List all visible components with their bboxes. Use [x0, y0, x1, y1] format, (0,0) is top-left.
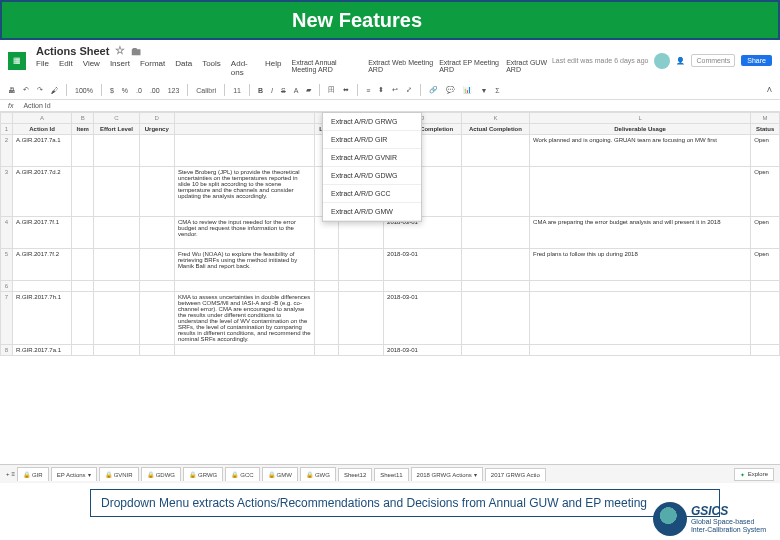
gsics-logo: GSICS Global Space-based Inter-Calibrati…: [653, 502, 766, 536]
tab-2017grwg[interactable]: 2017 GRWG Actio: [485, 468, 546, 481]
tab-gmw[interactable]: 🔒GMW: [262, 467, 298, 481]
percent-button[interactable]: %: [122, 87, 128, 94]
comment-button[interactable]: 💬: [446, 86, 455, 94]
menu-format[interactable]: Format: [140, 59, 165, 77]
dropdown-item-grwg[interactable]: Extract A/R/D GRWG: [323, 113, 421, 131]
col-actual[interactable]: Actual Completion: [461, 124, 529, 135]
text-color-button[interactable]: A: [294, 87, 299, 94]
bold-button[interactable]: B: [258, 87, 263, 94]
explore-button[interactable]: ✦Explore: [734, 468, 774, 481]
currency-button[interactable]: $: [110, 87, 114, 94]
menu-insert[interactable]: Insert: [110, 59, 130, 77]
menu-tools[interactable]: Tools: [202, 59, 221, 77]
num-format-button[interactable]: 123: [168, 87, 180, 94]
dropdown-icon: ▾: [88, 471, 91, 478]
comments-button[interactable]: Comments: [691, 54, 735, 67]
menu-extract-annual[interactable]: Extract Annual Meeting ARD: [291, 59, 362, 77]
collapse-toolbar-icon[interactable]: ᐱ: [767, 86, 772, 94]
add-sheet-button[interactable]: +: [6, 471, 10, 477]
logo-acronym: GSICS: [691, 505, 766, 518]
chart-button[interactable]: 📊: [463, 86, 472, 94]
tab-sheet12[interactable]: Sheet12: [338, 468, 372, 481]
explore-icon: ✦: [740, 471, 745, 478]
spreadsheet-grid[interactable]: ABCDHIJKLM 1 Action Id Item Effort Level…: [0, 112, 780, 464]
italic-button[interactable]: I: [271, 87, 273, 94]
paint-icon[interactable]: 🖌: [51, 87, 58, 94]
menu-help[interactable]: Help: [265, 59, 281, 77]
table-row[interactable]: 7 R.GIR.2017.7h.1 KMA to assess uncertai…: [1, 292, 780, 345]
undo-icon[interactable]: ↶: [23, 86, 29, 94]
share-button[interactable]: Share: [741, 55, 772, 66]
print-icon[interactable]: 🖶: [8, 87, 15, 94]
tab-gcc[interactable]: 🔒GCC: [225, 467, 259, 481]
col-effort[interactable]: Effort Level: [94, 124, 139, 135]
halign-button[interactable]: ≡: [366, 87, 370, 94]
formula-value[interactable]: Action Id: [23, 102, 50, 109]
presence-icon: 👤: [676, 57, 685, 65]
font-select[interactable]: Calibri: [196, 87, 216, 94]
sheets-icon: ▦: [8, 52, 26, 70]
redo-icon[interactable]: ↷: [37, 86, 43, 94]
zoom-select[interactable]: 100%: [75, 87, 93, 94]
menu-extract-guw[interactable]: Extract GUW ARD: [506, 59, 552, 77]
dropdown-item-gdwg[interactable]: Extract A/R/D GDWG: [323, 167, 421, 185]
tab-gdwg[interactable]: 🔒GDWG: [141, 467, 181, 481]
col-status[interactable]: Status: [751, 124, 780, 135]
all-sheets-button[interactable]: ≡: [12, 471, 16, 477]
tab-ep[interactable]: EP Actions▾: [51, 467, 97, 481]
table-row[interactable]: 6: [1, 281, 780, 292]
table-row[interactable]: 5 A.GIR.2017.7f.2 Fred Wu (NOAA) to expl…: [1, 249, 780, 281]
menu-extract-web[interactable]: Extract Web Meeting ARD: [368, 59, 433, 77]
tab-gvnir[interactable]: 🔒GVNIR: [99, 467, 139, 481]
tab-2018grwg[interactable]: 2018 GRWG Actions▾: [411, 467, 483, 481]
doc-name: Actions Sheet: [36, 45, 109, 57]
formula-bar: fx Action Id: [0, 100, 780, 112]
col-deliv[interactable]: Deliverable Usage: [530, 124, 751, 135]
borders-button[interactable]: 田: [328, 85, 335, 95]
folder-icon[interactable]: 🖿: [131, 45, 142, 57]
dec1-button[interactable]: .0: [136, 87, 142, 94]
filter-button[interactable]: ▼: [480, 87, 487, 94]
menu-addons[interactable]: Add-ons: [231, 59, 255, 77]
rotate-button[interactable]: ⤢: [406, 86, 412, 94]
sheet-tabs-bar: + ≡ 🔒GIR EP Actions▾ 🔒GVNIR 🔒GDWG 🔒GRWG …: [0, 464, 780, 483]
valign-button[interactable]: ⬍: [378, 86, 384, 94]
dropdown-item-gir[interactable]: Extract A/R/D GIR: [323, 131, 421, 149]
menu-file[interactable]: File: [36, 59, 49, 77]
menu-extract-ep[interactable]: Extract EP Meeting ARD: [439, 59, 500, 77]
tab-sheet11[interactable]: Sheet11: [374, 468, 408, 481]
font-size[interactable]: 11: [233, 87, 241, 94]
doc-title[interactable]: Actions Sheet ☆ 🖿: [36, 44, 552, 57]
dec2-button[interactable]: .00: [150, 87, 160, 94]
menu-view[interactable]: View: [83, 59, 100, 77]
toolbar: 🖶 ↶ ↷ 🖌 100% $ % .0 .00 123 Calibri 11 B…: [0, 81, 780, 100]
extract-dropdown: Extract A/R/D GRWG Extract A/R/D GIR Ext…: [322, 112, 422, 222]
col-urgency[interactable]: Urgency: [139, 124, 174, 135]
lock-icon: 🔒: [231, 471, 238, 478]
strike-button[interactable]: S: [281, 87, 286, 94]
tab-gir[interactable]: 🔒GIR: [17, 467, 49, 481]
tab-gwg[interactable]: 🔒GWG: [300, 467, 336, 481]
merge-button[interactable]: ⬌: [343, 86, 349, 94]
col-item[interactable]: Item: [72, 124, 94, 135]
menu-data[interactable]: Data: [175, 59, 192, 77]
tab-grwg[interactable]: 🔒GRWG: [183, 467, 223, 481]
fill-color-button[interactable]: ▰: [306, 86, 311, 94]
wrap-button[interactable]: ↩: [392, 86, 398, 94]
slide-title-bar: New Features: [0, 0, 780, 40]
dropdown-icon: ▾: [474, 471, 477, 478]
star-icon[interactable]: ☆: [115, 44, 125, 57]
menu-edit[interactable]: Edit: [59, 59, 73, 77]
lock-icon: 🔒: [189, 471, 196, 478]
avatar[interactable]: [654, 53, 670, 69]
logo-line1: Global Space-based: [691, 518, 766, 526]
table-row[interactable]: 8 R.GIR.2017.7a.1 2018-03-01: [1, 345, 780, 356]
doc-header: ▦ Actions Sheet ☆ 🖿 File Edit View Inser…: [0, 40, 780, 81]
dropdown-item-gmw[interactable]: Extract A/R/D GMW: [323, 203, 421, 221]
dropdown-item-gvnir[interactable]: Extract A/R/D GVNIR: [323, 149, 421, 167]
link-button[interactable]: 🔗: [429, 86, 438, 94]
dropdown-item-gcc[interactable]: Extract A/R/D GCC: [323, 185, 421, 203]
caption-box: Dropdown Menu extracts Actions/Recommend…: [90, 489, 720, 517]
functions-button[interactable]: Σ: [495, 87, 499, 94]
col-action-id[interactable]: Action Id: [13, 124, 72, 135]
